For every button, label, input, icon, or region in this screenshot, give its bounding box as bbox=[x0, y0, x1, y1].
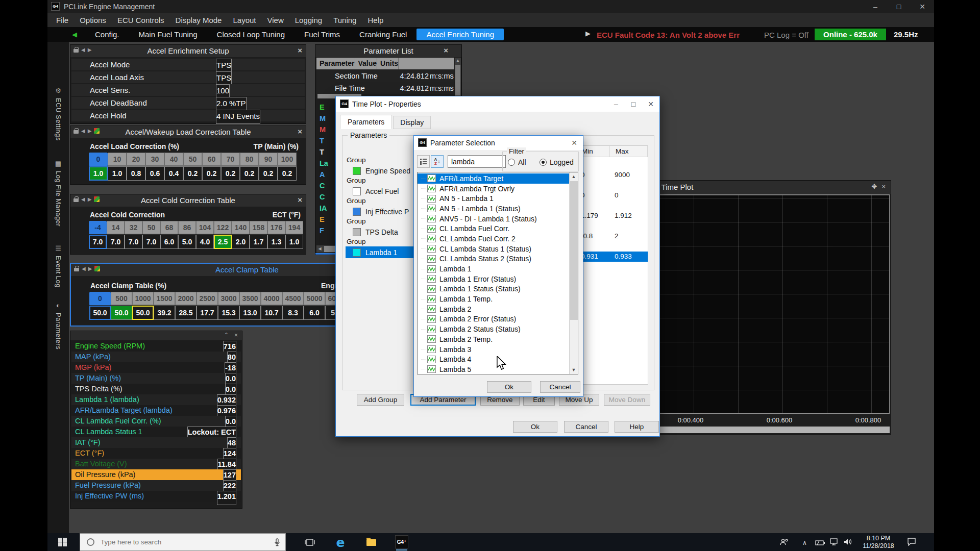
parameter-option[interactable]: Lambda 5 bbox=[418, 364, 569, 374]
menu-item[interactable]: Options bbox=[74, 16, 112, 24]
param-partial[interactable]: C bbox=[320, 191, 328, 203]
dialog-title-bar[interactable]: G4 Time Plot - Properties – □ ✕ bbox=[336, 96, 659, 112]
app-tab[interactable]: Closed Loop Tuning bbox=[207, 29, 295, 40]
axis-cell[interactable]: 80 bbox=[240, 153, 259, 166]
sidebar-item-log-file-manager[interactable]: ▤ Log File Manager bbox=[47, 160, 69, 227]
table-cell[interactable]: 0.2 bbox=[240, 166, 259, 181]
pclink-taskbar-button[interactable]: G4⁺ bbox=[395, 535, 408, 548]
table-cell[interactable]: 6.0 bbox=[160, 235, 178, 249]
cancel-button[interactable]: Cancel bbox=[564, 421, 608, 433]
axis-cell[interactable]: 68 bbox=[160, 221, 178, 234]
axis-cell[interactable]: 194 bbox=[285, 221, 303, 234]
app-tab[interactable]: Cranking Fuel bbox=[350, 29, 416, 40]
axis-cell[interactable]: 32 bbox=[125, 221, 142, 234]
parameter-option[interactable]: Lambda 3 bbox=[418, 344, 569, 355]
menu-item[interactable]: ECU Controls bbox=[112, 16, 170, 24]
table-cell[interactable]: 1.7 bbox=[250, 235, 267, 249]
table-cell[interactable]: 7.0 bbox=[107, 235, 125, 249]
panel-header[interactable]: ◀▶ Accel/Wakeup Load Correction Table × bbox=[70, 126, 306, 138]
collapse-icon[interactable]: ⌃ bbox=[224, 332, 229, 338]
parameter-option[interactable]: CL Lambda Status 2 (Status) bbox=[418, 254, 569, 264]
minimize-icon[interactable]: – bbox=[607, 96, 625, 112]
runtime-row[interactable]: TPS Delta (%) 0.0 bbox=[71, 384, 241, 394]
axis-cell[interactable]: 70 bbox=[221, 153, 240, 166]
table-cell[interactable]: 7.0 bbox=[89, 235, 107, 249]
close-icon[interactable]: × bbox=[298, 128, 302, 136]
param-partial[interactable]: T bbox=[320, 146, 328, 158]
move-down-button[interactable]: Move Down bbox=[604, 394, 650, 406]
close-icon[interactable]: ✕ bbox=[566, 136, 583, 150]
scrollbar-thumb[interactable] bbox=[570, 181, 578, 320]
taskbar-clock[interactable]: 8:10 PM 11/28/2018 bbox=[856, 535, 900, 550]
axis-cell[interactable]: 140 bbox=[232, 221, 250, 234]
axis-cell[interactable]: 10 bbox=[108, 153, 127, 166]
app-tab[interactable]: Main Fuel Tuning bbox=[129, 29, 207, 40]
grid-row[interactable]: 0 9000 bbox=[576, 170, 648, 180]
column-header[interactable]: Units bbox=[377, 58, 399, 69]
task-view-button[interactable] bbox=[303, 536, 316, 549]
param-partial[interactable]: A bbox=[320, 169, 328, 180]
app-tab[interactable]: Fuel Trims bbox=[295, 29, 350, 40]
param-partial[interactable]: F bbox=[320, 225, 328, 236]
setting-row[interactable]: Accel Mode TPS bbox=[71, 59, 305, 70]
cancel-button[interactable]: Cancel bbox=[540, 381, 580, 393]
runtime-row[interactable]: ECT (°F) 124 bbox=[71, 448, 241, 459]
search-input[interactable] bbox=[448, 155, 506, 168]
table-cell[interactable]: 10.7 bbox=[261, 306, 282, 320]
table-cell[interactable]: 1.3 bbox=[267, 235, 285, 249]
axis-cell[interactable]: 122 bbox=[214, 221, 232, 234]
parameter-option[interactable]: AFR/Lambda Target bbox=[418, 173, 569, 184]
axis-cell[interactable]: 5000 bbox=[304, 292, 325, 305]
axis-cell[interactable]: 4500 bbox=[282, 292, 304, 305]
parameter-option[interactable]: CL Lambda Fuel Corr. 2 bbox=[418, 234, 569, 244]
table-cell[interactable]: 50.0 bbox=[111, 306, 132, 320]
table-cell[interactable]: 0.2 bbox=[202, 166, 221, 181]
parameter-option[interactable]: Lambda 2 Temp. bbox=[418, 334, 569, 344]
close-icon[interactable]: × bbox=[444, 46, 448, 55]
add-group-button[interactable]: Add Group bbox=[357, 394, 404, 406]
runtime-row[interactable]: Inj Effective PW (ms) 1.201 bbox=[71, 491, 241, 502]
setting-row[interactable]: Accel DeadBand 2.0 %TP bbox=[71, 97, 305, 109]
grid-row[interactable]: 1.179 1.912 bbox=[576, 211, 648, 221]
table-cell[interactable]: 1.0 bbox=[89, 166, 108, 181]
table-cell[interactable]: 1.0 bbox=[285, 235, 303, 249]
parameter-option[interactable]: ANV5 - DI - Lambda 1 (Status) bbox=[418, 214, 569, 224]
close-icon[interactable]: ✕ bbox=[911, 0, 934, 13]
parameter-option[interactable]: Lambda 1 Temp. bbox=[418, 294, 569, 304]
taskbar-search[interactable] bbox=[80, 533, 286, 551]
parameter-option[interactable]: AN 5 - Lambda 1 (Status) bbox=[418, 204, 569, 214]
search-input[interactable] bbox=[100, 538, 253, 546]
file-explorer-button[interactable] bbox=[364, 536, 378, 549]
parameter-option[interactable]: Lambda 4 bbox=[418, 354, 569, 364]
axis-cell[interactable]: 2500 bbox=[197, 292, 218, 305]
parameter-option[interactable]: Lambda 1 Error (Status) bbox=[418, 274, 569, 284]
maximize-icon[interactable]: □ bbox=[887, 0, 911, 13]
dialog-tab[interactable]: Display bbox=[393, 116, 431, 129]
parameter-option[interactable]: AFR/Lambda Trgt Ovrly bbox=[418, 184, 569, 194]
axis-cell[interactable]: 158 bbox=[250, 221, 267, 234]
scrollbar-thumb[interactable] bbox=[455, 65, 460, 95]
axis-cell[interactable]: 14 bbox=[107, 221, 125, 234]
minimize-icon[interactable]: – bbox=[864, 0, 887, 13]
parameter-option[interactable]: Lambda 1 Status (Status) bbox=[418, 284, 569, 294]
app-tab[interactable]: Accel Enrich Tuning bbox=[416, 29, 504, 40]
sort-az-button[interactable]: AZ↓ bbox=[431, 155, 444, 168]
ok-button[interactable]: Ok bbox=[487, 381, 531, 393]
param-partial[interactable]: M bbox=[320, 113, 328, 124]
axis-cell[interactable]: 40 bbox=[164, 153, 183, 166]
menu-item[interactable]: Tuning bbox=[328, 16, 362, 24]
color-swatch[interactable] bbox=[353, 167, 361, 175]
runtime-row[interactable]: Fuel Pressure (kPa) 222 bbox=[71, 480, 241, 491]
panel-header[interactable]: Parameter List × bbox=[315, 45, 461, 57]
menu-item[interactable]: Logging bbox=[289, 16, 328, 24]
runtime-row[interactable]: CL Lambda Fuel Corr. (%) 0.0 bbox=[71, 416, 241, 427]
panel-header[interactable]: ⌃ × bbox=[70, 331, 242, 340]
runtime-row[interactable]: Oil Pressure (kPa) 127 bbox=[71, 469, 241, 480]
setting-row[interactable]: Accel Sens. 100 bbox=[71, 84, 305, 96]
ok-button[interactable]: Ok bbox=[513, 421, 557, 433]
maximize-icon[interactable]: □ bbox=[625, 96, 642, 112]
table-cell[interactable]: 2.5 bbox=[214, 235, 232, 249]
table-cell[interactable]: 15.3 bbox=[218, 306, 239, 320]
table-cell[interactable]: 4.0 bbox=[196, 235, 214, 249]
scroll-up-icon[interactable]: ▲ bbox=[570, 172, 578, 181]
